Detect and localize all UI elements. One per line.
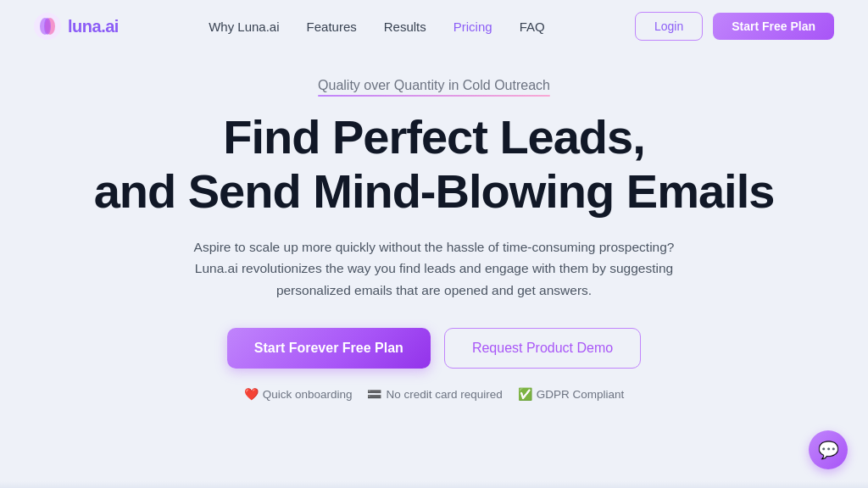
nav-pricing[interactable]: Pricing [453,19,492,34]
svg-point-3 [44,18,51,35]
chat-icon: 💬 [818,440,839,460]
heart-icon: ❤️ [244,387,259,401]
hero-title: Find Perfect Leads, and Send Mind-Blowin… [94,110,775,219]
start-forever-free-button[interactable]: Start Forever Free Plan [227,328,431,369]
badge-no-credit-card: 🟰 No credit card required [367,387,502,401]
hero-buttons: Start Forever Free Plan Request Product … [227,328,641,369]
hero-subtitle: Quality over Quantity in Cold Outreach [318,78,550,97]
logo[interactable]: luna.ai [34,13,119,40]
card-icon: 🟰 [367,387,381,401]
nav-faq[interactable]: FAQ [520,19,545,34]
logo-icon [34,13,61,40]
bottom-divider [0,481,868,488]
hero-badges: ❤️ Quick onboarding 🟰 No credit card req… [244,387,625,401]
badge-gdpr-label: GDPR Compliant [537,388,625,401]
nav-actions: Login Start Free Plan [635,12,834,41]
badge-credit-label: No credit card required [386,388,502,401]
nav-why-lunai[interactable]: Why Luna.ai [209,19,279,34]
request-demo-button[interactable]: Request Product Demo [444,328,641,369]
hero-description: Aspire to scale up more quickly without … [171,236,697,302]
nav-features[interactable]: Features [307,19,357,34]
navbar: luna.ai Why Luna.ai Features Results Pri… [0,0,868,53]
logo-text: luna.ai [68,17,119,36]
badge-onboarding-label: Quick onboarding [263,388,353,401]
check-icon: ✅ [518,387,532,401]
login-button[interactable]: Login [635,12,703,41]
hero-section: Quality over Quantity in Cold Outreach F… [0,53,868,401]
nav-start-free-button[interactable]: Start Free Plan [713,13,834,40]
badge-onboarding: ❤️ Quick onboarding [244,387,353,401]
nav-links: Why Luna.ai Features Results Pricing FAQ [209,19,545,34]
badge-gdpr: ✅ GDPR Compliant [518,387,625,401]
nav-results[interactable]: Results [384,19,426,34]
chat-bubble-button[interactable]: 💬 [809,430,848,469]
